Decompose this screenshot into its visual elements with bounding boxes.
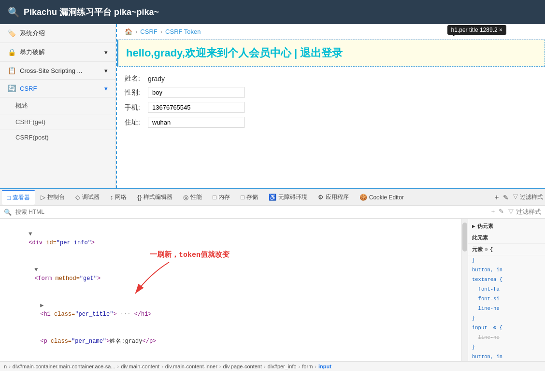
address-input[interactable] [148,117,244,128]
tab-memory[interactable]: □ 内存 [208,190,235,204]
bottom-crumb-main-content[interactable]: div.main-content [121,364,159,369]
sidebar-item-csrf[interactable]: 🔄 CSRF ▾ [0,80,115,98]
right-panel-element: 此元素 [468,232,545,244]
sidebar-sub-csrf-post[interactable]: CSRF(post) [0,130,115,145]
inspector-icon: □ [7,194,11,201]
top-header: 🔍 Pikachu 漏洞练习平台 pika~pika~ [0,0,545,24]
tooltip-box: h1.per title 1289.2 × [447,25,506,35]
triangle-2[interactable]: ▼ [34,266,38,273]
right-panel-code-11: button, in [468,352,545,361]
search-input[interactable] [15,209,488,215]
tab-app-label: 应用程序 [326,193,349,201]
tab-inspector-label: 查看器 [13,194,30,202]
tab-console[interactable]: ▷ 控制台 [36,190,70,204]
scrollbar-thumb[interactable] [462,223,467,252]
app-icon: ⚙ [318,194,324,201]
bottom-crumb-main-container[interactable]: div#main-container.main-container.ace-sa… [13,364,115,369]
sidebar-item-csrf-label: CSRF [20,85,37,92]
csrf-icon: 🔄 [8,84,16,92]
code-panel-wrapper: 一刷新，token值就改变 ▼ <div id="per_info"> ▼ <f… [0,219,545,361]
phone-input[interactable] [148,102,244,113]
filter-styles-button[interactable]: ▽ 过滤样式 [513,193,543,201]
right-panel-code-4: font-fa [468,284,545,294]
tab-style-editor[interactable]: {} 样式编辑器 [132,190,177,204]
sidebar-item-sys-intro[interactable]: 🏷️ 系统介绍 [0,24,115,43]
address-row: 住址: [125,117,537,128]
bottom-crumb-inner[interactable]: div.main-content-inner [165,364,217,369]
code-line-5: ▶ <p class="per_sex"> ··· </p> [0,355,461,361]
debugger-icon: ◇ [75,194,80,201]
search-icon: 🔍 [4,209,12,216]
right-panel: ▶ 伪元素 此元素 元素 ⚙ { } button, in textarea {… [468,219,545,361]
tab-debugger[interactable]: ◇ 调试器 [71,190,104,204]
sidebar: 🏷️ 系统介绍 🔒 暴力破解 ▾ 📋 Cross-Site Scripting … [0,24,116,188]
style-icon: {} [137,194,142,201]
perf-icon: ◎ [183,194,188,201]
app-title: Pikachu 漏洞练习平台 pika~pika~ [24,6,159,18]
sidebar-sub-csrf-get[interactable]: CSRF(get) [0,114,115,130]
add-element-button[interactable]: + [494,193,499,202]
chevron-down-icon: ▾ [104,49,108,56]
right-panel-element-styles: 元素 ⚙ { [468,244,545,255]
gender-input[interactable] [148,87,244,98]
home-icon[interactable]: 🏠 [125,28,132,35]
right-panel-code-2: button, in [468,265,545,275]
hello-text: hello,grady,欢迎来到个人会员中心 | 退出登录 [126,47,343,59]
lock-icon: 🔒 [8,48,16,56]
bottom-crumb-per-info[interactable]: div#per_info [268,364,297,369]
bottom-crumb-input[interactable]: input [318,364,331,369]
edit-node-icon[interactable]: ✎ [499,208,504,216]
gender-row: 性别: [125,87,537,98]
breadcrumb-sep1: › [135,28,137,35]
breadcrumb-csrf[interactable]: CSRF [140,28,157,35]
tab-style-label: 样式编辑器 [143,193,172,201]
breadcrumb-csrf-token[interactable]: CSRF Token [165,28,201,35]
content-area: 🏠 › CSRF › CSRF Token h1.per title 1289.… [116,24,545,188]
sidebar-sub-overview[interactable]: 概述 [0,98,115,114]
tab-inspector[interactable]: □ 查看器 [2,190,35,205]
devtools-tabs-bar: □ 查看器 ▷ 控制台 ◇ 调试器 ↕ 网络 {} 样式编辑器 ◎ 性能 □ 内… [0,188,545,206]
tab-storage[interactable]: □ 存储 [236,190,263,204]
pick-element-button[interactable]: ✎ [503,194,509,201]
add-node-icon[interactable]: + [491,208,495,216]
triangle-3[interactable]: ▶ [40,302,43,309]
form-section: 姓名: grady 性别: 手机: 住址: [117,67,545,136]
right-panel-code-10: } [468,342,545,352]
right-panel-code-9: line-he [468,333,545,342]
tab-cookie-editor[interactable]: 🍪 Cookie Editor [355,191,409,204]
console-icon: ▷ [41,194,45,201]
right-panel-code-8: input ⚙ { [468,323,545,333]
phone-label: 手机: [125,103,144,112]
storage-icon: □ [241,194,244,201]
code-main[interactable]: 一刷新，token值就改变 ▼ <div id="per_info"> ▼ <f… [0,219,461,361]
filter-icon[interactable]: ▽ 过滤样式 [508,208,541,216]
sidebar-item-xss-label: Cross-Site Scripting ... [20,67,82,74]
right-panel-code-3: textarea { [468,275,545,284]
tab-memory-label: 内存 [218,193,230,201]
bottom-crumb-n: n [4,364,7,369]
address-label: 住址: [125,118,144,127]
chevron-down-csrf-icon: ▾ [104,85,108,92]
tab-performance[interactable]: ◎ 性能 [178,190,207,204]
sidebar-item-sys-intro-label: 系统介绍 [20,29,45,38]
tab-debugger-label: 调试器 [82,193,100,201]
tab-app[interactable]: ⚙ 应用程序 [313,190,354,204]
triangle-1[interactable]: ▼ [29,231,32,238]
memory-icon: □ [213,194,216,201]
sidebar-item-brute-force[interactable]: 🔒 暴力破解 ▾ [0,43,115,62]
bottom-crumb-page-content[interactable]: div.page-content [223,364,262,369]
bottom-crumb-form[interactable]: form [302,364,313,369]
tab-network[interactable]: ↕ 网络 [105,190,132,204]
code-line-3: ▶ <h1 class="per_title"> ··· </h1> [0,292,461,328]
sidebar-item-xss[interactable]: 📋 Cross-Site Scripting ... ▾ [0,62,115,80]
tag-icon: 🏷️ [8,29,16,37]
tab-console-label: 控制台 [47,193,65,201]
name-value: grady [148,75,165,83]
html-search-actions: + ✎ ▽ 过滤样式 [491,208,541,216]
scrollbar[interactable] [461,219,468,361]
tab-accessibility[interactable]: ♿ 无障碍环境 [264,190,312,204]
gender-label: 性别: [125,88,144,97]
phone-row: 手机: [125,102,537,113]
xss-icon: 📋 [8,67,16,74]
right-panel-pseudo: ▶ 伪元素 [468,221,545,232]
